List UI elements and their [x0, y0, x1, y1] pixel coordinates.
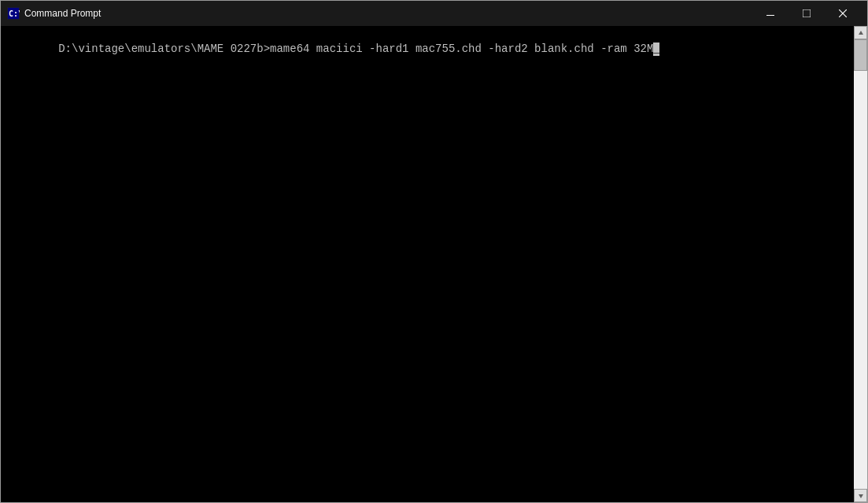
- title-bar: C:\ Command Prompt: [1, 1, 867, 26]
- scrollbar-down-button[interactable]: [854, 489, 867, 502]
- maximize-button[interactable]: [789, 1, 825, 26]
- window-body: D:\vintage\emulators\MAME 0227b>mame64 m…: [1, 26, 867, 502]
- terminal-cursor: _: [653, 43, 659, 56]
- window-title: Command Prompt: [24, 8, 752, 19]
- svg-text:C:\: C:\: [9, 9, 20, 18]
- close-button[interactable]: [825, 1, 861, 26]
- svg-marker-8: [859, 494, 863, 498]
- terminal-content[interactable]: D:\vintage\emulators\MAME 0227b>mame64 m…: [1, 26, 854, 502]
- minimize-button[interactable]: [752, 1, 789, 26]
- svg-rect-4: [803, 9, 811, 17]
- svg-rect-3: [766, 15, 774, 16]
- terminal-line-1: D:\vintage\emulators\MAME 0227b>mame64 m…: [6, 29, 849, 68]
- scrollbar: [854, 26, 867, 502]
- scrollbar-up-button[interactable]: [854, 26, 867, 39]
- terminal-command: mame64 maciici -hard1 mac755.chd -hard2 …: [270, 43, 653, 55]
- scrollbar-track[interactable]: [854, 39, 867, 489]
- window-controls: [752, 1, 861, 26]
- scrollbar-thumb[interactable]: [854, 39, 867, 71]
- svg-marker-7: [859, 31, 863, 35]
- cmd-icon: C:\: [7, 7, 20, 20]
- command-prompt-window: C:\ Command Prompt: [0, 0, 868, 503]
- terminal-prompt: D:\vintage\emulators\MAME 0227b>: [58, 43, 270, 55]
